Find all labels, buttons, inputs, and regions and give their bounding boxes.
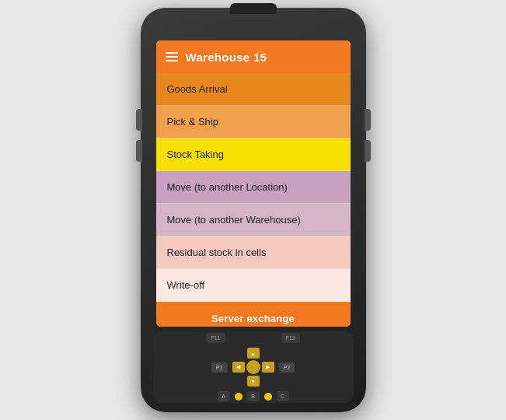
keypad-row-fn: F11 F12 bbox=[206, 333, 299, 343]
server-exchange-button[interactable]: Server exchange bbox=[156, 302, 351, 327]
key-f12[interactable]: F12 bbox=[281, 333, 300, 343]
menu-item-write-off[interactable]: Write-off bbox=[156, 269, 351, 302]
side-button-right-top[interactable] bbox=[365, 109, 371, 131]
nav-down[interactable]: ▼ bbox=[247, 376, 260, 387]
menu-item-move-location[interactable]: Move (to another Location) bbox=[156, 171, 351, 204]
menu-list: Goods Arrival Pick & Ship Stock Taking M… bbox=[156, 73, 351, 327]
menu-item-pick-ship[interactable]: Pick & Ship bbox=[156, 106, 351, 138]
menu-item-move-warehouse[interactable]: Move (to another Warehouse) bbox=[156, 204, 351, 236]
key-a[interactable]: A bbox=[218, 391, 230, 401]
nav-left[interactable]: ◀ bbox=[232, 362, 245, 373]
hamburger-icon[interactable] bbox=[166, 52, 178, 61]
app-header: Warehouse 15 bbox=[156, 40, 351, 73]
device-body: Warehouse 15 Goods Arrival Pick & Ship S… bbox=[141, 8, 366, 412]
side-button-left-bottom[interactable] bbox=[136, 140, 142, 162]
screen: Warehouse 15 Goods Arrival Pick & Ship S… bbox=[156, 40, 351, 327]
keypad-row-p: P1 ▲ ◀ ▶ ▼ P2 bbox=[211, 348, 295, 387]
nav-cluster: ▲ ◀ ▶ ▼ bbox=[232, 348, 274, 387]
key-c[interactable]: C bbox=[277, 391, 289, 401]
key-p2[interactable]: P2 bbox=[279, 362, 295, 373]
header-title: Warehouse 15 bbox=[186, 51, 267, 64]
menu-item-goods-arrival[interactable]: Goods Arrival bbox=[156, 73, 351, 106]
side-button-left-top[interactable] bbox=[136, 109, 142, 131]
key-b[interactable]: B bbox=[247, 391, 260, 401]
keypad-row-alpha: A B C bbox=[218, 391, 289, 401]
side-button-right-bottom[interactable] bbox=[365, 140, 371, 162]
device: Warehouse 15 Goods Arrival Pick & Ship S… bbox=[141, 8, 366, 412]
nav-up[interactable]: ▲ bbox=[247, 348, 260, 359]
yellow-indicator-right bbox=[264, 393, 272, 401]
key-p1[interactable]: P1 bbox=[211, 362, 228, 373]
menu-item-residual-stock[interactable]: Residual stock in cells bbox=[156, 236, 351, 269]
yellow-indicator-left bbox=[235, 393, 243, 401]
device-top-bump bbox=[230, 3, 277, 14]
menu-item-stock-taking[interactable]: Stock Taking bbox=[156, 138, 351, 171]
keypad: F11 F12 P1 ▲ ◀ ▶ ▼ bbox=[153, 331, 354, 403]
nav-center[interactable] bbox=[246, 360, 260, 374]
key-f11[interactable]: F11 bbox=[206, 333, 225, 343]
nav-right[interactable]: ▶ bbox=[262, 362, 274, 373]
